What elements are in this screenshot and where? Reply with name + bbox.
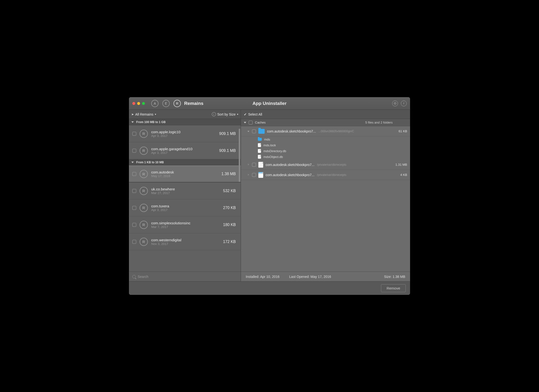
item-size: 1.38 MB — [221, 172, 236, 176]
file-checkbox[interactable] — [252, 163, 256, 167]
status-bar: Installed: Apr 10, 2016 Last Opened: May… — [241, 272, 410, 281]
content: From 100 MB to 1 GBRcom.apple.logic10Apr… — [129, 119, 410, 281]
category-header[interactable]: Caches 5 files and 2 folders — [241, 119, 410, 126]
child-row[interactable]: mds — [241, 136, 410, 142]
file-size: 61 KB — [399, 129, 407, 133]
item-date: Apr 3, 2017 — [151, 208, 220, 212]
disclosure-icon[interactable] — [247, 130, 250, 133]
file-name: com.autodesk.sketchbookpro7... — [266, 173, 315, 177]
file-row[interactable]: com.autodesk.sketchbookpro7.../private/v… — [241, 170, 410, 180]
item-checkbox[interactable] — [132, 172, 136, 176]
remains-item[interactable]: Rcom.apple.garageband10Apr 3, 2017909.1 … — [129, 142, 241, 159]
item-date: Mar 27, 2017 — [151, 191, 220, 195]
file-path: /private/var/db/receipts — [317, 173, 346, 177]
item-date: Mar 7, 2017 — [151, 225, 220, 229]
category-name: Caches — [255, 121, 266, 124]
bottom-bar: Remove — [129, 281, 410, 295]
item-name: uk.co.bewhere — [151, 187, 220, 191]
sort-dropdown[interactable]: ↑ Sort by Size ▾ — [212, 112, 238, 116]
file-name: com.autodesk.sketchbookpro7... — [267, 129, 316, 133]
file-name: com.autodesk.sketchbookpro7... — [266, 163, 315, 167]
file-checkbox[interactable] — [252, 129, 256, 133]
close-icon[interactable] — [132, 102, 135, 105]
mode-switcher: A E R — [151, 100, 181, 107]
remains-item[interactable]: Rcom.apple.logic10Apr 3, 2017909.1 MB — [129, 125, 241, 142]
child-row[interactable]: mdsDirectory.db — [241, 148, 410, 154]
chevron-down-icon — [131, 121, 134, 123]
file-row[interactable]: com.autodesk.sketchbookpro7.../private/v… — [241, 160, 410, 170]
item-checkbox[interactable] — [132, 132, 136, 136]
group-header[interactable]: From 1 KB to 10 MB — [129, 159, 241, 165]
child-row[interactable]: mds.lock — [241, 142, 410, 148]
app-title: App Uninstaller — [253, 101, 286, 106]
section-title: Remains — [184, 101, 203, 106]
item-checkbox[interactable] — [132, 240, 136, 244]
child    -name: mds — [264, 138, 270, 141]
disclosure-icon[interactable] — [247, 174, 250, 176]
app-window: A E R Remains App Uninstaller i ➤ All Re… — [129, 97, 410, 295]
file-icon — [258, 143, 261, 147]
sort-label: Sort by Size — [217, 112, 236, 116]
remains-icon: R — [140, 147, 148, 155]
chevron-down-icon — [244, 122, 246, 123]
group-header[interactable]: From 100 MB to 1 GB — [129, 119, 241, 125]
sub-toolbar: ➤ All Remains ▾ ↑ Sort by Size ▾ ✓ Selec… — [129, 110, 410, 119]
item-name: com.westerndigital — [151, 238, 220, 242]
item-checkbox[interactable] — [132, 189, 136, 193]
remove-button[interactable]: Remove — [381, 284, 406, 292]
remains-mode-icon[interactable]: R — [174, 100, 181, 107]
remains-item[interactable]: Rcom.westerndigitalNov 3, 2017172 KB — [129, 233, 241, 250]
item-checkbox[interactable] — [132, 223, 136, 227]
scrollbar-thumb[interactable] — [239, 129, 240, 182]
category-checkbox[interactable] — [249, 121, 253, 125]
chevron-down-icon — [131, 162, 134, 163]
filter-dropdown[interactable]: ➤ All Remains ▾ — [131, 112, 156, 116]
installed-date: Installed: Apr 10, 2016 — [246, 275, 279, 279]
opened-date: Last Opened: May 17, 2016 — [289, 275, 331, 279]
file-icon — [258, 149, 261, 153]
folder-icon — [258, 138, 262, 141]
item-checkbox[interactable] — [132, 206, 136, 210]
item-name: com.tuxera — [151, 204, 220, 208]
remains-item[interactable]: Ruk.co.bewhereMar 27, 2017532 KB — [129, 182, 241, 199]
search-input[interactable] — [138, 275, 237, 279]
select-all-button[interactable]: ✓ Select All — [244, 112, 262, 116]
child    -name: mdsDirectory.db — [263, 149, 286, 153]
zoom-icon[interactable] — [142, 102, 145, 105]
item-size: 909.1 MB — [219, 132, 236, 136]
file-size: 1.31 MB — [396, 163, 407, 166]
titlebar: A E R Remains App Uninstaller i — [129, 97, 410, 110]
folder-icon — [258, 129, 265, 134]
item-name: com.apple.garageband10 — [151, 147, 216, 151]
remains-item[interactable]: Rcom.tuxeraApr 3, 2017270 KB — [129, 199, 241, 216]
child-row[interactable]: mdsObject.db — [241, 154, 410, 160]
remains-icon: R — [140, 238, 148, 246]
file-icon — [258, 162, 263, 168]
total-size: Size: 1.38 MB — [384, 275, 405, 279]
extensions-mode-icon[interactable]: E — [162, 100, 170, 107]
disclosure-icon[interactable] — [247, 164, 250, 166]
search-icon — [132, 275, 136, 278]
apps-mode-icon[interactable]: A — [151, 100, 159, 107]
item-date: Apr 3, 2017 — [151, 134, 216, 138]
item-checkbox[interactable] — [132, 149, 136, 153]
minimize-icon[interactable] — [137, 102, 140, 105]
remains-icon: R — [140, 170, 148, 178]
child    -name: mds.lock — [263, 143, 276, 147]
sort-icon: ↑ — [212, 112, 216, 116]
search-bar — [129, 272, 241, 281]
info-button[interactable]: i — [401, 101, 407, 106]
file-checkbox[interactable] — [252, 173, 256, 177]
item-size: 172 KB — [223, 240, 236, 244]
item-name: com.simplexsolutionsinc — [151, 221, 220, 225]
group-label: From 1 KB to 10 MB — [136, 161, 164, 164]
item-date: May 17, 2016 — [151, 174, 218, 178]
chevron-down-icon: ▾ — [155, 113, 156, 116]
remains-item[interactable]: Rcom.simplexsolutionsincMar 7, 2017180 K… — [129, 216, 241, 233]
traffic-lights — [132, 102, 145, 105]
item-size: 909.1 MB — [219, 149, 236, 153]
remains-item[interactable]: Rcom.autodeskMay 17, 20161.38 MB — [129, 165, 241, 182]
remains-list[interactable]: From 100 MB to 1 GBRcom.apple.logic10Apr… — [129, 119, 241, 281]
help-button[interactable] — [392, 101, 398, 106]
file-row[interactable]: com.autodesk.sketchbookpro7... ...000vn3… — [241, 126, 410, 136]
